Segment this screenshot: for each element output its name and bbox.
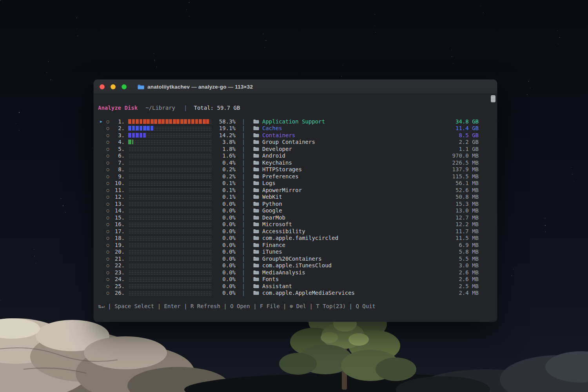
radio-button[interactable]: ○ <box>104 283 111 289</box>
folder-icon <box>251 229 261 234</box>
row-name: iTunes <box>262 249 428 255</box>
folder-icon <box>251 256 261 261</box>
row-number: 14. <box>111 207 125 214</box>
usage-bar <box>128 229 211 234</box>
list-item[interactable]: ○ 23. 0.0% | MediaAnalysis 2.6 MB <box>98 269 497 276</box>
radio-button[interactable]: ○ <box>104 290 111 296</box>
row-percent: 0.0% <box>214 214 236 221</box>
scroll-indicator[interactable] <box>491 95 495 102</box>
row-number: 18. <box>111 235 125 241</box>
row-percent: 0.0% <box>214 283 236 289</box>
radio-button[interactable]: ○ <box>104 229 111 234</box>
row-name: Group Containers <box>262 139 428 145</box>
list-item[interactable]: ○ 3. 14.2% | Containers 8.5 GB <box>98 132 497 139</box>
radio-button[interactable]: ○ <box>104 125 111 131</box>
list-item[interactable]: ○ 10. 0.1% | Logs 56.1 MB <box>98 180 497 187</box>
radio-button[interactable]: ○ <box>104 180 111 186</box>
list-item[interactable]: ▶ ○ 1. 58.3% | Application Support 34.8 … <box>98 118 497 125</box>
list-item[interactable]: ○ 14. 0.0% | Google 13.0 MB <box>98 207 497 214</box>
radio-button[interactable]: ○ <box>104 208 111 213</box>
row-number: 22. <box>111 262 125 269</box>
list-item[interactable]: ○ 11. 0.1% | ApowerMirror 52.6 MB <box>98 187 497 194</box>
list-item[interactable]: ○ 8. 0.2% | HTTPStorages 137.9 MB <box>98 166 497 173</box>
list-item[interactable]: ○ 4. 3.8% | Group Containers 2.2 GB <box>98 139 497 146</box>
list-item[interactable]: ○ 12. 0.1% | WebKit 50.8 MB <box>98 194 497 201</box>
radio-button[interactable]: ○ <box>104 201 111 207</box>
radio-button[interactable]: ○ <box>104 256 111 261</box>
list-item[interactable]: ○ 19. 0.0% | Finance 6.9 MB <box>98 241 497 249</box>
radio-button[interactable]: ○ <box>104 263 111 268</box>
list-item[interactable]: ○ 16. 0.0% | Microsoft 12.2 MB <box>98 221 497 228</box>
radio-button[interactable]: ○ <box>104 146 111 152</box>
usage-bar <box>128 167 211 172</box>
radio-button[interactable]: ○ <box>104 153 111 158</box>
row-percent: 0.1% <box>214 180 236 186</box>
folder-icon <box>251 174 261 179</box>
zoom-button[interactable] <box>122 84 127 89</box>
column-divider: | <box>239 256 248 262</box>
list-item[interactable]: ○ 13. 0.0% | Python 15.3 MB <box>98 200 497 207</box>
radio-button[interactable]: ○ <box>104 194 111 200</box>
minimize-button[interactable] <box>111 84 116 89</box>
list-item[interactable]: ○ 18. 0.0% | com.apple.familycircled 11.… <box>98 235 497 242</box>
radio-button[interactable]: ○ <box>104 119 111 124</box>
radio-button[interactable]: ○ <box>104 235 111 241</box>
radio-button[interactable]: ○ <box>104 139 111 145</box>
row-size: 1.1 GB <box>428 146 479 152</box>
radio-button[interactable]: ○ <box>104 187 111 193</box>
close-button[interactable] <box>100 84 105 89</box>
list-item[interactable]: ○ 24. 0.0% | Fonts 2.6 MB <box>98 276 497 283</box>
column-divider: | <box>239 214 248 221</box>
radio-button[interactable]: ○ <box>104 174 111 179</box>
row-name: Assistant <box>262 283 428 289</box>
radio-button[interactable]: ○ <box>104 249 111 254</box>
row-size: 970.0 MB <box>428 152 479 159</box>
folder-icon <box>251 153 261 158</box>
row-name: Preferences <box>262 173 428 180</box>
window-titlebar[interactable]: anatoliiytkachev — analyze-go — 113×32 <box>94 80 497 94</box>
radio-button[interactable]: ○ <box>104 221 111 227</box>
row-percent: 3.8% <box>214 139 236 145</box>
radio-button[interactable]: ○ <box>104 215 111 220</box>
column-divider: | <box>239 262 248 269</box>
list-item[interactable]: ○ 26. 0.0% | com.apple.AppleMediaService… <box>98 290 497 297</box>
radio-button[interactable]: ○ <box>104 270 111 275</box>
row-percent: 0.0% <box>214 221 236 227</box>
column-divider: | <box>239 146 248 152</box>
row-number: 24. <box>111 276 125 282</box>
usage-bar <box>128 249 211 254</box>
radio-button[interactable]: ○ <box>104 242 111 248</box>
list-item[interactable]: ○ 25. 0.0% | Assistant 2.5 MB <box>98 283 497 290</box>
row-name: Accessibility <box>262 228 428 234</box>
list-item[interactable]: ○ 9. 0.2% | Preferences 115.5 MB <box>98 173 497 180</box>
list-item[interactable]: ○ 2. 19.1% | Caches 11.4 GB <box>98 125 497 132</box>
usage-bar <box>128 270 211 275</box>
list-item[interactable]: ○ 15. 0.0% | DearMob 12.7 MB <box>98 214 497 221</box>
usage-bar <box>128 263 211 268</box>
list-item[interactable]: ○ 6. 1.6% | Android 970.0 MB <box>98 152 497 160</box>
folder-icon <box>251 208 261 213</box>
list-item[interactable]: ○ 22. 0.0% | com.apple.iTunesCloud 3.0 M… <box>98 262 497 269</box>
folder-icon <box>251 277 261 281</box>
row-size: 226.5 MB <box>428 160 479 166</box>
list-item[interactable]: ○ 5. 1.8% | Developer 1.1 GB <box>98 145 497 152</box>
list-item[interactable]: ○ 17. 0.0% | Accessibility 11.7 MB <box>98 228 497 235</box>
row-size: 115.5 MB <box>428 173 479 180</box>
radio-button[interactable]: ○ <box>104 167 111 172</box>
row-percent: 0.0% <box>214 276 236 282</box>
folder-icon <box>251 194 261 199</box>
row-name: Caches <box>262 125 428 131</box>
radio-button[interactable]: ○ <box>104 276 111 282</box>
folder-icon <box>251 236 261 240</box>
list-item[interactable]: ○ 20. 0.0% | iTunes 5.8 MB <box>98 249 497 256</box>
usage-bar <box>128 146 211 151</box>
list-item[interactable]: ○ 21. 0.0% | Group%20Containers 5.5 MB <box>98 255 497 262</box>
folder-icon <box>251 290 261 295</box>
list-item[interactable]: ○ 7. 0.4% | Keychains 226.5 MB <box>98 159 497 166</box>
row-number: 11. <box>111 187 125 193</box>
row-number: 2. <box>111 125 125 131</box>
radio-button[interactable]: ○ <box>104 160 111 165</box>
folder-icon <box>251 215 261 220</box>
usage-bar <box>128 222 211 227</box>
radio-button[interactable]: ○ <box>104 132 111 138</box>
